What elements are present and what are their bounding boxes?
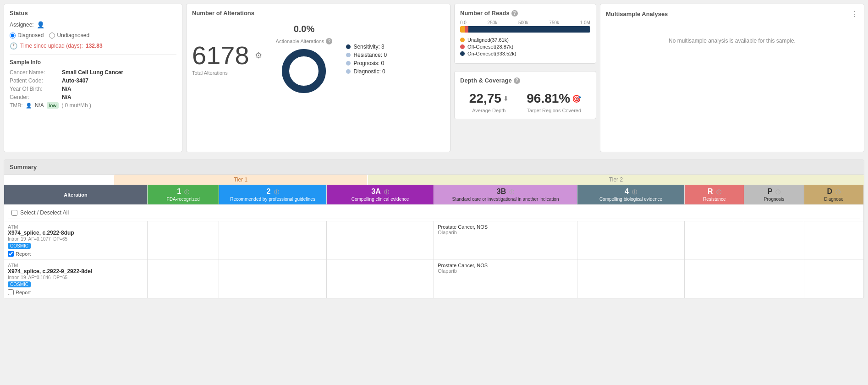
unaligned-segment xyxy=(460,26,465,33)
summary-section: Summary Tier 1 Tier 2 Alteration 1 ⓘ xyxy=(0,156,868,302)
svg-point-1 xyxy=(286,53,322,89)
table-row: ATM X974_splice, c.2922-9_2922-8del Intr… xyxy=(4,260,864,298)
colP-cell-1 xyxy=(744,221,804,260)
th-colP: P ⓘ Prognosis xyxy=(744,185,804,205)
multisample-empty-message: No multisample analysis is available for… xyxy=(606,24,858,58)
cosmic-badge-2[interactable]: COSMIC xyxy=(8,281,31,287)
diagnostic-label: Diagnostic: 0 xyxy=(353,68,385,75)
average-depth-label: Average Depth xyxy=(469,108,509,113)
reads-card: Number of Reads ? 0.0 250k 500k 750k 1.0… xyxy=(454,4,596,64)
target-regions-metric: 96.81% 🎯 Target Regions Covered xyxy=(527,91,581,113)
table-row: ATM X974_splice, c.2922-8dup Intron 19 A… xyxy=(4,221,864,260)
total-alt-label: Total Alterations xyxy=(192,70,228,76)
tmb-na: N/A xyxy=(35,102,44,109)
resistance-dot xyxy=(346,53,351,57)
average-depth-value: 22,75 xyxy=(469,91,501,106)
table-header-row: Alteration 1 ⓘ FDA-recognized 2 ⓘ Recomm… xyxy=(4,185,864,205)
prognosis-label: Prognosis: 0 xyxy=(353,60,384,66)
summary-header: Summary xyxy=(4,160,864,175)
colR-cell-1 xyxy=(685,221,744,260)
evidence-drug-1: Olaparib xyxy=(438,230,573,235)
col3a-cell-1 xyxy=(326,221,434,260)
target-regions-label: Target Regions Covered xyxy=(527,108,581,113)
undiagnosed-radio[interactable]: Undiagnosed xyxy=(49,32,89,38)
on-geneset-dot xyxy=(460,51,465,56)
col3b-cell-1: Prostate Cancer, NOS Olaparib xyxy=(434,221,577,260)
cancer-name-value: Small Cell Lung Cancer xyxy=(62,69,123,76)
depth-help-icon[interactable]: ? xyxy=(514,77,520,84)
off-geneset-segment xyxy=(465,26,469,33)
col4-cell-2 xyxy=(577,260,684,298)
year-of-birth-label: Year Of Birth: xyxy=(10,86,60,92)
col2-cell-1 xyxy=(219,221,326,260)
cosmic-badge-1[interactable]: COSMIC xyxy=(8,243,31,249)
col3a-cell-2 xyxy=(326,260,434,298)
report-label-1: Report xyxy=(16,251,31,257)
off-geneset-dot xyxy=(460,44,465,49)
tmb-low-badge: low xyxy=(47,102,59,109)
multisample-card: Multisample Analyses ⋮ No multisample an… xyxy=(600,4,864,152)
multisample-menu-button[interactable]: ⋮ xyxy=(851,10,858,18)
tmb-label: TMB: xyxy=(10,102,23,109)
select-all-checkbox[interactable] xyxy=(11,210,17,216)
target-icon: 🎯 xyxy=(572,94,581,103)
th-col3a: 3A ⓘ Compelling clinical evidence xyxy=(326,185,434,205)
reads-bar-section: 0.0 250k 500k 750k 1.0M xyxy=(460,20,590,33)
patient-code-value: Auto-3407 xyxy=(62,77,88,84)
tier2-header: Tier 2 xyxy=(368,175,864,185)
time-value: 132.83 xyxy=(86,43,103,49)
settings-icon[interactable]: ⚙ xyxy=(255,50,262,60)
col2-cell-2 xyxy=(219,260,326,298)
alteration-legend: Sensitivity: 3 Resistance: 0 Prognosis: … xyxy=(346,44,387,75)
diagnostic-dot xyxy=(346,69,351,74)
right-column: Number of Reads ? 0.0 250k 500k 750k 1.0… xyxy=(454,4,596,152)
resistance-label: Resistance: 0 xyxy=(353,52,387,58)
on-geneset-segment xyxy=(468,26,590,33)
actionable-help-icon[interactable]: ? xyxy=(326,38,332,44)
th-col1: 1 ⓘ FDA-recognized xyxy=(148,185,219,205)
reads-title: Number of Reads ? xyxy=(460,10,590,16)
report-check-2: Report xyxy=(8,289,143,295)
tier1-header: Tier 1 xyxy=(114,175,367,185)
cancer-name-label: Cancer Name: xyxy=(10,69,60,76)
th-colD: D ⓘ Diagnose xyxy=(804,185,863,205)
sensitivity-label: Sensitivity: 3 xyxy=(353,44,384,50)
depth-title: Depth & Coverage ? xyxy=(460,77,590,84)
diagnosed-radio[interactable]: Diagnosed xyxy=(10,32,44,38)
report-checkbox-2[interactable] xyxy=(8,289,14,295)
average-depth-metric: 22,75 ⬇ Average Depth xyxy=(469,91,509,113)
unaligned-dot xyxy=(460,38,465,42)
actionable-label: Actionable Alterations xyxy=(276,38,324,44)
col1-cell-2 xyxy=(148,260,219,298)
sample-info-title: Sample Info xyxy=(10,59,176,66)
col1-cell-1 xyxy=(148,221,219,260)
variant-detail-1: Intron 19 AF=0.1077 DP=65 xyxy=(8,236,143,242)
progress-bar xyxy=(460,26,590,33)
report-label-2: Report xyxy=(16,290,31,295)
variant-name-2: X974_splice, c.2922-9_2922-8del xyxy=(8,268,143,275)
gene-name-1: ATM xyxy=(8,224,143,230)
assignee-label: Assignee: xyxy=(10,22,34,28)
evidence-drug-2: Olaparib xyxy=(438,268,573,274)
colR-cell-2 xyxy=(685,260,744,298)
variant-name-1: X974_splice, c.2922-8dup xyxy=(8,230,143,236)
evidence-cancer-2: Prostate Cancer, NOS xyxy=(438,263,573,268)
gender-label: Gender: xyxy=(10,94,60,100)
th-col2: 2 ⓘ Recommended by professional guidelin… xyxy=(219,185,326,205)
off-geneset-label: Off-Geneset(28.87k) xyxy=(467,44,513,50)
colD-cell-2 xyxy=(804,260,863,298)
on-geneset-label: On-Geneset(933.52k) xyxy=(467,51,516,56)
report-checkbox-1[interactable] xyxy=(8,251,14,257)
variant-detail-2: Intron 19 AF=0.1846 DP=65 xyxy=(8,275,143,280)
gene-name-2: ATM xyxy=(8,263,143,268)
unaligned-label: Unaligned(37.61k) xyxy=(467,37,509,43)
tmb-person-icon: 👤 xyxy=(26,103,32,109)
th-col4: 4 ⓘ Compelling biological evidence xyxy=(577,185,684,205)
tier-header-row: Tier 1 Tier 2 xyxy=(114,175,864,185)
reads-help-icon[interactable]: ? xyxy=(511,10,518,16)
depth-content: 22,75 ⬇ Average Depth 96.81% 🎯 Target Re… xyxy=(460,91,590,113)
select-deselect-row: Select / Deselect All xyxy=(8,207,860,219)
alterations-card: Number of Alterations 6178 ⚙ Total Alter… xyxy=(186,4,450,152)
evidence-cancer-1: Prostate Cancer, NOS xyxy=(438,224,573,230)
year-of-birth-value: N/A xyxy=(62,86,71,92)
